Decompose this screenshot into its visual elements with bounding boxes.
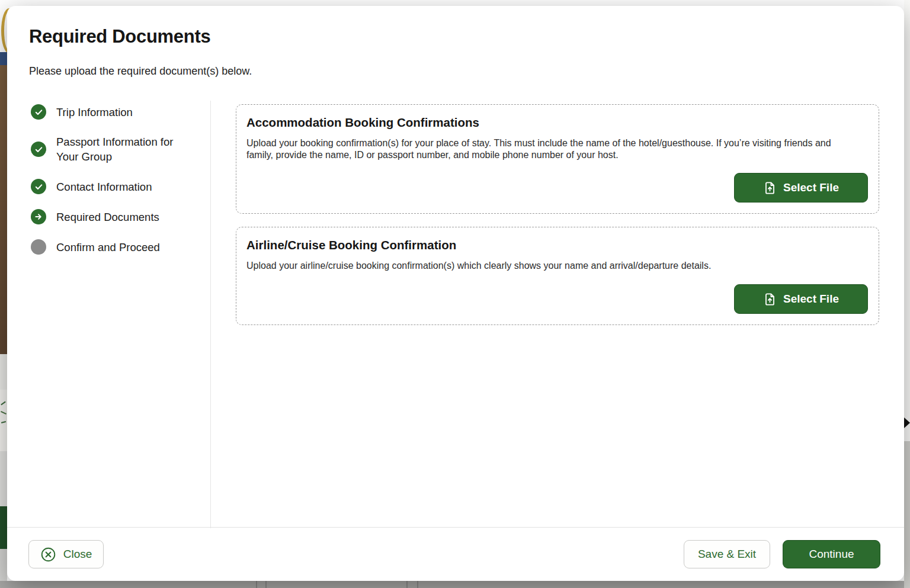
blank-circle-icon — [31, 239, 46, 255]
upload-card-accommodation: Accommodation Booking Confirmations Uplo… — [236, 104, 879, 214]
dialog-footer: Close Save & Exit Continue — [7, 528, 904, 581]
step-label: Trip Information — [56, 105, 133, 120]
step-label: Contact Information — [56, 179, 152, 194]
step-confirm-and-proceed[interactable]: Confirm and Proceed — [31, 239, 197, 255]
arrow-right-icon — [31, 209, 46, 224]
select-file-button-label: Select File — [783, 293, 839, 306]
background-table-strip — [0, 581, 910, 588]
required-documents-dialog: Required Documents Please upload the req… — [7, 6, 904, 581]
background-green-banner — [0, 506, 7, 549]
card-description: Upload your booking confirmation(s) for … — [246, 137, 845, 161]
select-file-button-label: Select File — [783, 181, 839, 194]
card-title: Accommodation Booking Confirmations — [246, 115, 868, 130]
background-left-panel — [0, 390, 7, 451]
close-button[interactable]: Close — [28, 540, 104, 568]
background-table-gridline — [265, 581, 267, 588]
background-left-panel — [0, 354, 7, 390]
background-right-strip — [904, 0, 910, 441]
stepper-content-divider — [210, 101, 211, 528]
close-circle-icon — [40, 547, 56, 563]
background-right-strip — [904, 441, 910, 588]
carousel-next-arrow-icon — [904, 417, 910, 428]
card-description: Upload your airline/cruise booking confi… — [246, 260, 845, 272]
step-label: Confirm and Proceed — [56, 240, 160, 255]
page-subtitle: Please upload the required document(s) b… — [29, 65, 252, 78]
background-left-panel — [0, 451, 7, 506]
background-table-gridline — [417, 581, 418, 588]
background-left-image-strip — [0, 65, 7, 354]
close-button-label: Close — [63, 548, 92, 561]
save-and-exit-button[interactable]: Save & Exit — [684, 540, 770, 568]
step-required-documents[interactable]: Required Documents — [31, 209, 197, 224]
select-file-button-airline-cruise[interactable]: Select File — [734, 284, 868, 314]
step-passport-information[interactable]: Passport Information for Your Group — [31, 134, 197, 164]
check-icon — [31, 142, 46, 157]
step-trip-information[interactable]: Trip Information — [31, 104, 197, 120]
page-title: Required Documents — [29, 26, 210, 47]
card-title: Airline/Cruise Booking Confirmation — [246, 238, 868, 252]
step-label: Passport Information for Your Group — [56, 134, 196, 164]
step-label: Required Documents — [56, 210, 159, 224]
file-upload-icon — [763, 293, 777, 306]
select-file-button-accommodation[interactable]: Select File — [734, 173, 868, 203]
file-upload-icon — [763, 181, 777, 195]
background-table-gridline — [256, 581, 257, 588]
upload-card-airline-cruise: Airline/Cruise Booking Confirmation Uplo… — [236, 227, 879, 325]
check-icon — [31, 104, 46, 120]
background-table-gridline — [406, 581, 408, 588]
progress-stepper: Trip Information Passport Information fo… — [31, 104, 197, 255]
continue-button[interactable]: Continue — [783, 540, 880, 568]
step-contact-information[interactable]: Required Documents Contact Information — [31, 179, 197, 194]
check-icon — [31, 179, 46, 194]
